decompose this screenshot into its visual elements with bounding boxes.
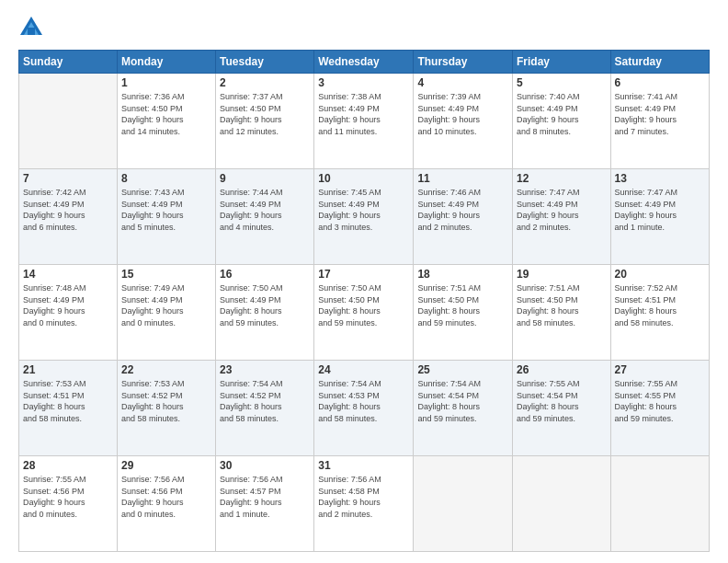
day-info: Sunrise: 7:47 AM Sunset: 4:49 PM Dayligh…: [517, 187, 607, 233]
day-number: 24: [318, 363, 409, 376]
day-info: Sunrise: 7:54 AM Sunset: 4:52 PM Dayligh…: [220, 378, 310, 424]
calendar-week-row: 28Sunrise: 7:55 AM Sunset: 4:56 PM Dayli…: [19, 456, 710, 552]
day-number: 21: [23, 363, 113, 376]
calendar-header-wednesday: Wednesday: [314, 51, 414, 74]
day-info: Sunrise: 7:50 AM Sunset: 4:49 PM Dayligh…: [220, 282, 310, 328]
day-number: 12: [517, 172, 607, 185]
day-number: 2: [220, 76, 310, 89]
day-info: Sunrise: 7:47 AM Sunset: 4:49 PM Dayligh…: [615, 187, 705, 233]
calendar-cell: 26Sunrise: 7:55 AM Sunset: 4:54 PM Dayli…: [512, 361, 610, 456]
calendar-cell: 4Sunrise: 7:39 AM Sunset: 4:49 PM Daylig…: [414, 74, 513, 169]
day-info: Sunrise: 7:43 AM Sunset: 4:49 PM Dayligh…: [121, 187, 211, 233]
calendar-cell: 15Sunrise: 7:49 AM Sunset: 4:49 PM Dayli…: [117, 265, 215, 361]
day-number: 28: [23, 459, 113, 472]
calendar-header-sunday: Sunday: [19, 51, 118, 74]
day-info: Sunrise: 7:45 AM Sunset: 4:49 PM Dayligh…: [318, 187, 409, 233]
day-number: 18: [417, 268, 508, 281]
day-info: Sunrise: 7:40 AM Sunset: 4:49 PM Dayligh…: [517, 91, 607, 137]
calendar-cell: 2Sunrise: 7:37 AM Sunset: 4:50 PM Daylig…: [216, 74, 314, 169]
calendar-table: SundayMondayTuesdayWednesdayThursdayFrid…: [18, 50, 710, 552]
calendar-cell: 8Sunrise: 7:43 AM Sunset: 4:49 PM Daylig…: [117, 169, 215, 265]
calendar-week-row: 14Sunrise: 7:48 AM Sunset: 4:49 PM Dayli…: [19, 265, 710, 361]
day-number: 7: [23, 172, 113, 185]
logo: [18, 15, 48, 40]
calendar-cell: 22Sunrise: 7:53 AM Sunset: 4:52 PM Dayli…: [117, 361, 215, 456]
calendar-cell: [414, 456, 513, 552]
calendar-cell: 20Sunrise: 7:52 AM Sunset: 4:51 PM Dayli…: [610, 265, 709, 361]
day-number: 30: [220, 459, 310, 472]
calendar-cell: [512, 456, 610, 552]
calendar-cell: 28Sunrise: 7:55 AM Sunset: 4:56 PM Dayli…: [19, 456, 118, 552]
calendar-header-monday: Monday: [117, 51, 215, 74]
day-number: 1: [121, 76, 211, 89]
day-info: Sunrise: 7:49 AM Sunset: 4:49 PM Dayligh…: [121, 282, 211, 328]
calendar-cell: 14Sunrise: 7:48 AM Sunset: 4:49 PM Dayli…: [19, 265, 118, 361]
calendar-header-saturday: Saturday: [610, 51, 709, 74]
day-number: 27: [615, 363, 705, 376]
calendar-cell: 9Sunrise: 7:44 AM Sunset: 4:49 PM Daylig…: [216, 169, 314, 265]
day-number: 15: [121, 268, 211, 281]
page: SundayMondayTuesdayWednesdayThursdayFrid…: [0, 0, 728, 563]
calendar-cell: 30Sunrise: 7:56 AM Sunset: 4:57 PM Dayli…: [216, 456, 314, 552]
calendar-cell: 1Sunrise: 7:36 AM Sunset: 4:50 PM Daylig…: [117, 74, 215, 169]
day-number: 14: [23, 268, 113, 281]
calendar-cell: 31Sunrise: 7:56 AM Sunset: 4:58 PM Dayli…: [314, 456, 414, 552]
calendar-cell: 10Sunrise: 7:45 AM Sunset: 4:49 PM Dayli…: [314, 169, 414, 265]
day-info: Sunrise: 7:56 AM Sunset: 4:58 PM Dayligh…: [318, 474, 409, 520]
day-info: Sunrise: 7:52 AM Sunset: 4:51 PM Dayligh…: [615, 282, 705, 328]
calendar-cell: 18Sunrise: 7:51 AM Sunset: 4:50 PM Dayli…: [414, 265, 513, 361]
calendar-cell: [19, 74, 118, 169]
calendar-cell: 29Sunrise: 7:56 AM Sunset: 4:56 PM Dayli…: [117, 456, 215, 552]
day-number: 4: [417, 76, 508, 89]
calendar-cell: 16Sunrise: 7:50 AM Sunset: 4:49 PM Dayli…: [216, 265, 314, 361]
day-number: 16: [220, 268, 310, 281]
day-info: Sunrise: 7:54 AM Sunset: 4:53 PM Dayligh…: [318, 378, 409, 424]
day-number: 17: [318, 268, 409, 281]
day-number: 29: [121, 459, 211, 472]
day-info: Sunrise: 7:50 AM Sunset: 4:50 PM Dayligh…: [318, 282, 409, 328]
day-number: 19: [517, 268, 607, 281]
day-info: Sunrise: 7:55 AM Sunset: 4:55 PM Dayligh…: [615, 378, 705, 424]
day-number: 22: [121, 363, 211, 376]
day-info: Sunrise: 7:56 AM Sunset: 4:56 PM Dayligh…: [121, 474, 211, 520]
calendar-cell: 19Sunrise: 7:51 AM Sunset: 4:50 PM Dayli…: [512, 265, 610, 361]
day-number: 11: [417, 172, 508, 185]
day-number: 26: [517, 363, 607, 376]
calendar-cell: 3Sunrise: 7:38 AM Sunset: 4:49 PM Daylig…: [314, 74, 414, 169]
day-info: Sunrise: 7:38 AM Sunset: 4:49 PM Dayligh…: [318, 91, 409, 137]
calendar-cell: 21Sunrise: 7:53 AM Sunset: 4:51 PM Dayli…: [19, 361, 118, 456]
calendar-cell: 7Sunrise: 7:42 AM Sunset: 4:49 PM Daylig…: [19, 169, 118, 265]
calendar-cell: 24Sunrise: 7:54 AM Sunset: 4:53 PM Dayli…: [314, 361, 414, 456]
day-info: Sunrise: 7:51 AM Sunset: 4:50 PM Dayligh…: [517, 282, 607, 328]
day-number: 6: [615, 76, 705, 89]
day-number: 23: [220, 363, 310, 376]
calendar-cell: 27Sunrise: 7:55 AM Sunset: 4:55 PM Dayli…: [610, 361, 709, 456]
day-number: 20: [615, 268, 705, 281]
day-number: 3: [318, 76, 409, 89]
day-info: Sunrise: 7:39 AM Sunset: 4:49 PM Dayligh…: [417, 91, 508, 137]
day-number: 31: [318, 459, 409, 472]
day-info: Sunrise: 7:56 AM Sunset: 4:57 PM Dayligh…: [220, 474, 310, 520]
calendar-cell: 13Sunrise: 7:47 AM Sunset: 4:49 PM Dayli…: [610, 169, 709, 265]
day-info: Sunrise: 7:54 AM Sunset: 4:54 PM Dayligh…: [417, 378, 508, 424]
day-info: Sunrise: 7:42 AM Sunset: 4:49 PM Dayligh…: [23, 187, 113, 233]
day-info: Sunrise: 7:44 AM Sunset: 4:49 PM Dayligh…: [220, 187, 310, 233]
day-info: Sunrise: 7:41 AM Sunset: 4:49 PM Dayligh…: [615, 91, 705, 137]
day-info: Sunrise: 7:36 AM Sunset: 4:50 PM Dayligh…: [121, 91, 211, 137]
calendar-header-row: SundayMondayTuesdayWednesdayThursdayFrid…: [19, 51, 710, 74]
calendar-cell: 23Sunrise: 7:54 AM Sunset: 4:52 PM Dayli…: [216, 361, 314, 456]
day-info: Sunrise: 7:48 AM Sunset: 4:49 PM Dayligh…: [23, 282, 113, 328]
day-info: Sunrise: 7:51 AM Sunset: 4:50 PM Dayligh…: [417, 282, 508, 328]
day-number: 25: [417, 363, 508, 376]
calendar-cell: 6Sunrise: 7:41 AM Sunset: 4:49 PM Daylig…: [610, 74, 709, 169]
calendar-header-thursday: Thursday: [414, 51, 513, 74]
calendar-cell: [610, 456, 709, 552]
logo-icon: [18, 15, 44, 40]
calendar-cell: 25Sunrise: 7:54 AM Sunset: 4:54 PM Dayli…: [414, 361, 513, 456]
header: [18, 15, 710, 40]
day-info: Sunrise: 7:55 AM Sunset: 4:56 PM Dayligh…: [23, 474, 113, 520]
calendar-cell: 12Sunrise: 7:47 AM Sunset: 4:49 PM Dayli…: [512, 169, 610, 265]
day-number: 8: [121, 172, 211, 185]
calendar-week-row: 21Sunrise: 7:53 AM Sunset: 4:51 PM Dayli…: [19, 361, 710, 456]
day-info: Sunrise: 7:53 AM Sunset: 4:52 PM Dayligh…: [121, 378, 211, 424]
